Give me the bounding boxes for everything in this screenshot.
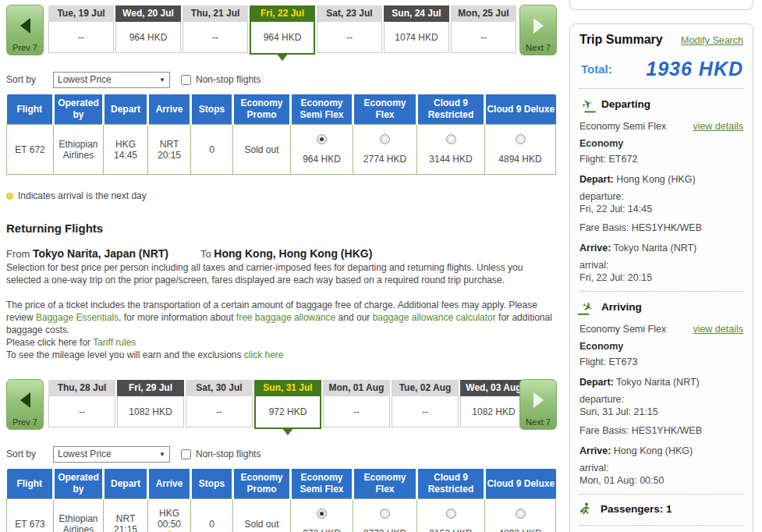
day-cell[interactable]: Thu, 21 Jul --	[183, 5, 248, 55]
depart-cell: NRT 21:15	[104, 499, 148, 532]
next-7-button[interactable]: Next 7	[519, 379, 557, 430]
returning-flights-title: Returning Flights	[6, 222, 557, 235]
col-header-cloud9-restricted: Cloud 9 Restricted	[417, 469, 485, 499]
col-header-economy-semi-flex: Economy Semi Flex	[291, 94, 353, 125]
passengers-count: Passengers: 1	[601, 503, 672, 515]
day-cell[interactable]: Sat, 30 Jul --	[186, 380, 253, 429]
day-date: Wed, 03 Aug	[460, 380, 527, 396]
fare-radio[interactable]	[380, 134, 390, 144]
fare-radio-selected[interactable]	[317, 134, 327, 144]
day-price: 1082 HKD	[460, 396, 527, 427]
plane-departing-icon: ✈	[577, 94, 597, 114]
arrive-time: 00:50	[150, 519, 189, 530]
arrival-time: Fri, 22 Jul: 20:15	[579, 272, 743, 283]
day-cell[interactable]: Tue, 19 Jul --	[48, 5, 114, 55]
fare-radio[interactable]	[380, 509, 390, 519]
col-header-depart: Depart	[104, 469, 148, 499]
col-header-stops: Stops	[191, 469, 233, 499]
nonstop-checkbox[interactable]	[181, 449, 191, 459]
fare-radio[interactable]	[446, 509, 456, 519]
next-day-legend-text: Indicates arrival is the next day	[18, 190, 147, 201]
day-cells: Tue, 19 Jul -- Wed, 20 Jul 964 HKD Thu, …	[48, 5, 518, 55]
day-date: Mon, 01 Aug	[323, 380, 390, 396]
arrival-label: arrival:	[579, 260, 743, 271]
fare-rules-paragraph: Selection for best price per person incl…	[6, 261, 557, 286]
col-header-cloud9-deluxe: Cloud 9 Deluxe	[485, 469, 556, 499]
baggage-essentials-link[interactable]: Baggage Essentials	[36, 312, 119, 323]
results-main: Prev 7 Tue, 19 Jul -- Wed, 20 Jul 964 HK…	[6, 4, 557, 532]
arrive-time: 20:15	[150, 150, 189, 161]
col-header-arrive: Arrive	[148, 94, 191, 125]
day-cell[interactable]: Tue, 02 Aug --	[392, 380, 459, 429]
operated-by: Ethiopian Airlines	[54, 499, 104, 532]
prev-7-label: Prev 7	[7, 43, 43, 52]
divider	[579, 494, 743, 495]
day-cell-selected[interactable]: Fri, 22 Jul 964 HKD	[250, 5, 315, 55]
day-cell[interactable]: Mon, 01 Aug --	[323, 380, 390, 429]
divider	[579, 525, 743, 526]
col-header-operated-by: Operated by	[54, 469, 104, 499]
tariff-text: Please click here for	[6, 337, 93, 348]
arrival-time: Mon, 01 Aug: 00:50	[579, 475, 743, 486]
day-price: --	[317, 22, 382, 53]
fare-radio[interactable]	[446, 134, 456, 144]
day-price: 1074 HKD	[384, 22, 449, 53]
chevron-down-icon: ▼	[159, 76, 165, 83]
free-baggage-allowance-link[interactable]: free baggage allowance	[236, 312, 335, 323]
fare-price: 3152 HKD	[419, 528, 483, 532]
sort-select[interactable]: Lowest Price ▼	[53, 446, 170, 463]
next-7-button[interactable]: Next 7	[519, 5, 557, 55]
economy-flex-cell: 2772 HKD	[353, 499, 417, 532]
sidebar: Trip Summary Modify Search Total: 1936 H…	[569, 0, 753, 532]
day-cell[interactable]: Mon, 25 Jul --	[451, 5, 516, 55]
depart-time: 21:15	[105, 524, 146, 532]
depart-line: Depart: Tokyo Narita (NRT)	[579, 377, 743, 388]
day-cell[interactable]: Fri, 29 Jul 1082 HKD	[117, 380, 184, 429]
day-cell[interactable]: Sun, 24 Jul 1074 HKD	[384, 5, 449, 55]
day-cell[interactable]: Sat, 23 Jul --	[317, 5, 382, 55]
prev-7-button[interactable]: Prev 7	[6, 379, 44, 430]
fare-radio-selected[interactable]	[317, 509, 327, 519]
day-cell-selected[interactable]: Sun, 31 Jul 972 HKD	[254, 380, 321, 429]
total-value: 1936 HKD	[646, 58, 743, 80]
col-header-economy-promo: Economy Promo	[233, 94, 291, 125]
day-price: --	[323, 396, 390, 427]
baggage-calculator-link[interactable]: baggage allowance calculator	[373, 312, 496, 323]
cloud9-deluxe-cell: 4894 HKD	[485, 125, 556, 175]
departure-label: departure:	[579, 394, 743, 405]
nonstop-checkbox[interactable]	[181, 75, 191, 85]
fare-price: 972 HKD	[292, 528, 351, 532]
trip-summary-title: Trip Summary	[579, 33, 663, 47]
fare-radio[interactable]	[516, 509, 526, 519]
mileage-click-here-link[interactable]: click here	[244, 349, 284, 360]
chevron-right-icon	[533, 18, 544, 34]
prev-7-button[interactable]: Prev 7	[6, 5, 44, 55]
trip-summary-panel: Trip Summary Modify Search Total: 1936 H…	[569, 23, 753, 532]
arrive-value: Tokyo Narita (NRT)	[614, 243, 697, 254]
day-cell[interactable]: Wed, 03 Aug 1082 HKD	[460, 380, 527, 429]
fare-radio[interactable]	[516, 134, 526, 144]
depart-code: NRT	[105, 513, 146, 524]
returning-fare-table: Flight Operated by Depart Arrive Stops E…	[6, 469, 556, 532]
arriving-heading: Arriving	[601, 301, 642, 313]
day-cell[interactable]: Wed, 20 Jul 964 HKD	[115, 5, 181, 55]
day-price: 1082 HKD	[117, 396, 184, 427]
chevron-down-icon: ▼	[159, 451, 165, 458]
divider	[579, 291, 743, 292]
col-header-stops: Stops	[191, 94, 233, 125]
day-price: 964 HKD	[115, 22, 181, 53]
sort-select[interactable]: Lowest Price ▼	[53, 72, 170, 88]
depart-time: 14:45	[105, 150, 146, 161]
nonstop-label: Non-stop flights	[196, 74, 260, 85]
fare-name: Economy Semi Flex	[579, 121, 666, 132]
view-details-link[interactable]: view details	[693, 324, 743, 335]
date-strip-departing: Prev 7 Tue, 19 Jul -- Wed, 20 Jul 964 HK…	[6, 4, 557, 65]
day-cell[interactable]: Thu, 28 Jul --	[48, 380, 115, 429]
cloud9-restricted-cell: 3152 HKD	[417, 499, 485, 532]
arrive-line: Arrive: Tokyo Narita (NRT)	[579, 243, 743, 254]
view-details-link[interactable]: view details	[693, 121, 743, 132]
tariff-rules-link[interactable]: Tariff rules	[93, 337, 136, 348]
arrive-cell: HKG 00:50	[148, 499, 191, 532]
arrive-code: HKG	[150, 508, 189, 519]
modify-search-link[interactable]: Modify Search	[681, 35, 743, 46]
